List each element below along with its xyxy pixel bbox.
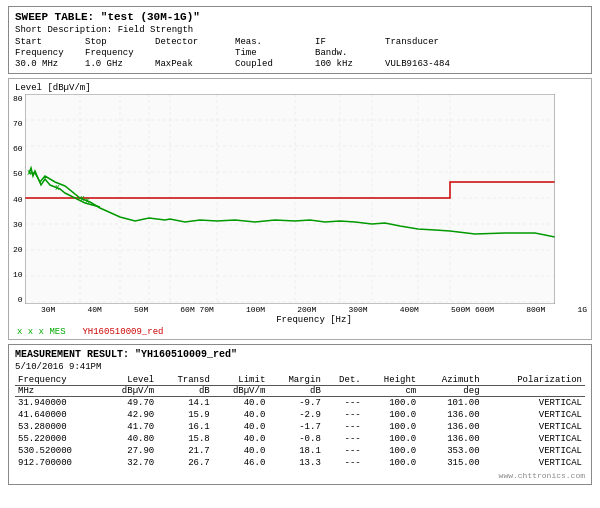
- measurement-table: Frequency Level Transd Limit Margin Det.…: [15, 375, 585, 469]
- sweep-desc-label: Short Description:: [15, 25, 112, 35]
- table-cell: -2.9: [268, 409, 324, 421]
- svg-text:x: x: [55, 183, 60, 192]
- sweep-desc-value: Field Strength: [118, 25, 194, 35]
- table-cell: 136.00: [419, 433, 482, 445]
- table-cell: 40.80: [102, 433, 158, 445]
- table-cell: 26.7: [157, 457, 213, 469]
- table-cell: 53.280000: [15, 421, 102, 433]
- sweep-desc: Short Description: Field Strength: [15, 25, 585, 35]
- col-if: IF: [315, 37, 385, 47]
- sweep-col-headers: Start Stop Detector Meas. IF Transducer: [15, 37, 585, 47]
- table-cell: ---: [324, 421, 364, 433]
- col-det: Det.: [324, 375, 364, 386]
- table-cell: 912.700000: [15, 457, 102, 469]
- table-cell: 13.3: [268, 457, 324, 469]
- table-cell: 136.00: [419, 409, 482, 421]
- table-cell: VERTICAL: [483, 409, 585, 421]
- table-cell: 16.1: [157, 421, 213, 433]
- table-cell: ---: [324, 409, 364, 421]
- chart-section: Level [dBµV/m] 80 70 60 50 40 30 20 10 0: [8, 78, 592, 340]
- col-polarization: Polarization: [483, 375, 585, 386]
- table-cell: 40.0: [213, 421, 269, 433]
- table-cell: -1.7: [268, 421, 324, 433]
- table-row: 53.28000041.7016.140.0-1.7---100.0136.00…: [15, 421, 585, 433]
- val-100khz: 100 kHz: [315, 59, 385, 69]
- table-cell: ---: [324, 397, 364, 410]
- col-bandw: Bandw.: [315, 48, 385, 58]
- table-cell: VERTICAL: [483, 445, 585, 457]
- table-row: 31.94000049.7014.140.0-9.7---100.0101.00…: [15, 397, 585, 410]
- table-cell: 15.8: [157, 433, 213, 445]
- col-stop: Stop: [85, 37, 155, 47]
- col-level: Level: [102, 375, 158, 386]
- table-cell: 315.00: [419, 457, 482, 469]
- col-detector: Detector: [155, 37, 235, 47]
- table-cell: ---: [324, 457, 364, 469]
- chart-legend: x x x MES YH160510009_red: [17, 327, 587, 337]
- table-cell: VERTICAL: [483, 421, 585, 433]
- legend-green: x x x MES: [17, 327, 76, 337]
- table-cell: 40.0: [213, 433, 269, 445]
- svg-text:x: x: [85, 196, 90, 205]
- table-cell: 32.70: [102, 457, 158, 469]
- table-cell: -0.8: [268, 433, 324, 445]
- table-subheader-row: MHz dBµV/m dB dBµV/m dB cm deg: [15, 386, 585, 397]
- chart-area: 80 70 60 50 40 30 20 10 0: [13, 94, 587, 304]
- col-cm: cm: [364, 386, 420, 397]
- table-cell: 40.0: [213, 445, 269, 457]
- col-freq2: Frequency: [85, 48, 155, 58]
- col-deg: deg: [419, 386, 482, 397]
- col-trans-empty: [385, 48, 505, 58]
- table-cell: VERTICAL: [483, 433, 585, 445]
- col-limit: Limit: [213, 375, 269, 386]
- table-row: 912.70000032.7026.746.013.3---100.0315.0…: [15, 457, 585, 469]
- table-header-row: Frequency Level Transd Limit Margin Det.…: [15, 375, 585, 386]
- table-cell: 46.0: [213, 457, 269, 469]
- table-cell: ---: [324, 433, 364, 445]
- table-cell: 353.00: [419, 445, 482, 457]
- col-dbuvm: dBµV/m: [102, 386, 158, 397]
- svg-rect-0: [25, 94, 555, 304]
- chart-svg-area: x x x x: [25, 94, 587, 304]
- table-cell: 100.0: [364, 445, 420, 457]
- col-height: Height: [364, 375, 420, 386]
- measurement-table-body: 31.94000049.7014.140.0-9.7---100.0101.00…: [15, 397, 585, 470]
- table-cell: 100.0: [364, 397, 420, 410]
- col-mhz: MHz: [15, 386, 102, 397]
- col-db2: dB: [268, 386, 324, 397]
- col-freq1: Frequency: [15, 48, 85, 58]
- y-axis-ticks: 80 70 60 50 40 30 20 10 0: [13, 94, 23, 304]
- table-cell: ---: [324, 445, 364, 457]
- table-cell: 41.640000: [15, 409, 102, 421]
- table-cell: 21.7: [157, 445, 213, 457]
- table-cell: 101.00: [419, 397, 482, 410]
- table-cell: 100.0: [364, 433, 420, 445]
- table-row: 55.22000040.8015.840.0-0.8---100.0136.00…: [15, 433, 585, 445]
- legend-red: YH160510009_red: [82, 327, 163, 337]
- col-pol-empty: [483, 386, 585, 397]
- col-det-empty: [155, 48, 235, 58]
- sweep-col-values: 30.0 MHz 1.0 GHz MaxPeak Coupled 100 kHz…: [15, 59, 585, 69]
- measurement-section: MEASUREMENT RESULT: "YH160510009_red" 5/…: [8, 344, 592, 485]
- measurement-title: MEASUREMENT RESULT: "YH160510009_red": [15, 349, 585, 360]
- table-row: 530.52000027.9021.740.018.1---100.0353.0…: [15, 445, 585, 457]
- val-transducer: VULB9163-484: [385, 59, 505, 69]
- measurement-date: 5/10/2016 9:41PM: [15, 362, 585, 372]
- table-cell: 40.0: [213, 409, 269, 421]
- x-axis-label: Frequency [Hz]: [41, 315, 587, 325]
- col-db1: dB: [157, 386, 213, 397]
- col-frequency: Frequency: [15, 375, 102, 386]
- table-cell: 530.520000: [15, 445, 102, 457]
- sweep-table-section: SWEEP TABLE: "test (30M-1G)" Short Descr…: [8, 6, 592, 74]
- table-cell: -9.7: [268, 397, 324, 410]
- col-transd: Transd: [157, 375, 213, 386]
- col-time: Time: [235, 48, 315, 58]
- col-azimuth: Azimuth: [419, 375, 482, 386]
- val-start-freq: 30.0 MHz: [15, 59, 85, 69]
- table-cell: 27.90: [102, 445, 158, 457]
- val-maxpeak: MaxPeak: [155, 59, 235, 69]
- table-cell: 15.9: [157, 409, 213, 421]
- sweep-col-sub: Frequency Frequency Time Bandw.: [15, 48, 585, 58]
- col-det-empty: [324, 386, 364, 397]
- table-cell: 18.1: [268, 445, 324, 457]
